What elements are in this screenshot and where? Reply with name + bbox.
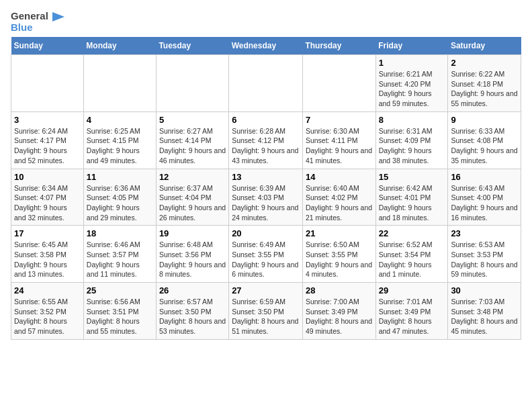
calendar-cell: 19Sunrise: 6:48 AMSunset: 3:56 PMDayligh… (156, 226, 228, 283)
day-number: 10 (14, 172, 81, 182)
day-info-line: Sunrise: 6:37 AM (159, 183, 226, 193)
day-number: 3 (14, 115, 81, 125)
day-number: 7 (306, 115, 373, 125)
calendar-cell: 7Sunrise: 6:30 AMSunset: 4:11 PMDaylight… (302, 111, 375, 169)
calendar-cell: 8Sunrise: 6:31 AMSunset: 4:09 PMDaylight… (375, 111, 448, 169)
day-info-line: Sunrise: 6:55 AM (14, 297, 81, 307)
day-info-line: Sunset: 4:20 PM (379, 79, 445, 89)
calendar-cell: 13Sunrise: 6:39 AMSunset: 4:03 PMDayligh… (229, 169, 303, 226)
day-info-line: Sunset: 4:03 PM (232, 193, 300, 203)
calendar-cell: 29Sunrise: 7:01 AMSunset: 3:49 PMDayligh… (375, 283, 448, 340)
day-info-line: Daylight: 9 hours and 46 minutes. (159, 146, 226, 165)
day-info-line: Sunset: 3:51 PM (87, 307, 153, 317)
day-number: 12 (159, 172, 226, 182)
day-number: 25 (87, 285, 153, 295)
day-info-line: Sunset: 4:04 PM (159, 193, 226, 203)
calendar-cell: 24Sunrise: 6:55 AMSunset: 3:52 PMDayligh… (11, 283, 84, 340)
day-info-line: Sunrise: 6:39 AM (232, 183, 300, 193)
col-header-saturday: Saturday (448, 37, 521, 55)
calendar-cell: 18Sunrise: 6:46 AMSunset: 3:57 PMDayligh… (83, 226, 156, 283)
calendar-cell (11, 55, 84, 112)
day-info-line: Sunset: 3:55 PM (232, 250, 300, 260)
day-info-line: Daylight: 9 hours and 11 minutes. (87, 260, 153, 279)
day-info-line: Sunset: 4:01 PM (379, 193, 445, 203)
calendar-cell: 1Sunrise: 6:21 AMSunset: 4:20 PMDaylight… (375, 55, 448, 112)
day-info-line: Daylight: 9 hours and 24 minutes. (232, 203, 300, 222)
day-info-line: Sunset: 4:00 PM (451, 193, 518, 203)
day-number: 18 (87, 228, 153, 238)
day-number: 13 (232, 172, 300, 182)
day-info-line: Daylight: 9 hours and 13 minutes. (14, 260, 81, 279)
day-info-line: Daylight: 9 hours and 35 minutes. (451, 146, 518, 165)
calendar-cell: 5Sunrise: 6:27 AMSunset: 4:14 PMDaylight… (156, 111, 228, 169)
day-info-line: Sunset: 3:48 PM (451, 307, 518, 317)
day-info-line: Sunset: 4:12 PM (232, 136, 300, 146)
day-info-line: Sunset: 3:50 PM (232, 307, 300, 317)
day-info-line: Sunrise: 6:43 AM (451, 183, 518, 193)
day-number: 21 (306, 228, 373, 238)
day-number: 27 (232, 285, 300, 295)
calendar-cell: 6Sunrise: 6:28 AMSunset: 4:12 PMDaylight… (229, 111, 303, 169)
day-number: 9 (451, 115, 518, 125)
day-info-line: Sunset: 4:11 PM (306, 136, 373, 146)
day-info-line: Daylight: 9 hours and 49 minutes. (87, 146, 153, 165)
day-info-line: Sunrise: 7:03 AM (451, 297, 518, 307)
day-info-line: Sunrise: 6:21 AM (379, 69, 445, 79)
day-info-line: Sunrise: 6:30 AM (306, 126, 373, 136)
day-info-line: Sunrise: 6:25 AM (87, 126, 153, 136)
day-info-line: Sunset: 3:55 PM (306, 250, 373, 260)
calendar-cell: 27Sunrise: 6:59 AMSunset: 3:50 PMDayligh… (229, 283, 303, 340)
day-number: 29 (379, 285, 445, 295)
calendar-cell (83, 55, 156, 112)
day-info-line: Sunrise: 6:22 AM (451, 69, 518, 79)
day-info-line: Sunset: 4:02 PM (306, 193, 373, 203)
day-number: 14 (306, 172, 373, 182)
day-info-line: Daylight: 8 hours and 55 minutes. (87, 316, 153, 336)
day-info-line: Sunset: 4:18 PM (451, 79, 518, 89)
day-number: 30 (451, 285, 518, 295)
day-info-line: Daylight: 8 hours and 59 minutes. (451, 260, 518, 279)
day-info-line: Sunrise: 6:27 AM (159, 126, 226, 136)
day-number: 22 (379, 228, 445, 238)
calendar-cell: 20Sunrise: 6:49 AMSunset: 3:55 PMDayligh… (229, 226, 303, 283)
day-info-line: Sunset: 3:54 PM (379, 250, 445, 260)
calendar-cell: 22Sunrise: 6:52 AMSunset: 3:54 PMDayligh… (375, 226, 448, 283)
day-info-line: Daylight: 9 hours and 8 minutes. (159, 260, 226, 279)
day-info-line: Sunrise: 6:34 AM (14, 183, 81, 193)
day-info-line: Daylight: 8 hours and 45 minutes. (451, 316, 518, 336)
day-info-line: Sunset: 4:17 PM (14, 136, 81, 146)
day-info-line: Daylight: 9 hours and 21 minutes. (306, 203, 373, 222)
svg-marker-0 (52, 12, 64, 21)
day-number: 20 (232, 228, 300, 238)
day-info-line: Sunrise: 6:46 AM (87, 240, 153, 250)
day-info-line: Daylight: 8 hours and 47 minutes. (379, 316, 445, 336)
day-info-line: Daylight: 9 hours and 4 minutes. (306, 260, 373, 279)
calendar-cell: 28Sunrise: 7:00 AMSunset: 3:49 PMDayligh… (302, 283, 375, 340)
day-info-line: Daylight: 9 hours and 29 minutes. (87, 203, 153, 222)
day-info-line: Daylight: 9 hours and 18 minutes. (379, 203, 445, 222)
day-info-line: Daylight: 9 hours and 55 minutes. (451, 89, 518, 108)
calendar-cell: 11Sunrise: 6:36 AMSunset: 4:05 PMDayligh… (83, 169, 156, 226)
calendar-cell (156, 55, 228, 112)
calendar-cell: 3Sunrise: 6:24 AMSunset: 4:17 PMDaylight… (11, 111, 84, 169)
day-info-line: Daylight: 9 hours and 32 minutes. (14, 203, 81, 222)
day-info-line: Sunrise: 6:28 AM (232, 126, 300, 136)
day-info-line: Sunrise: 7:01 AM (379, 297, 445, 307)
day-info-line: Sunrise: 6:50 AM (306, 240, 373, 250)
day-info-line: Sunset: 3:49 PM (306, 307, 373, 317)
day-info-line: Daylight: 9 hours and 43 minutes. (232, 146, 300, 165)
day-info-line: Sunrise: 6:31 AM (379, 126, 445, 136)
day-number: 28 (306, 285, 373, 295)
day-info-line: Sunset: 4:15 PM (87, 136, 153, 146)
col-header-monday: Monday (83, 37, 156, 55)
logo: General Blue (11, 11, 64, 33)
day-info-line: Sunrise: 6:33 AM (451, 126, 518, 136)
day-info-line: Sunset: 3:52 PM (14, 307, 81, 317)
day-info-line: Daylight: 9 hours and 59 minutes. (379, 89, 445, 108)
calendar-cell: 21Sunrise: 6:50 AMSunset: 3:55 PMDayligh… (302, 226, 375, 283)
day-number: 17 (14, 228, 81, 238)
day-info-line: Daylight: 9 hours and 41 minutes. (306, 146, 373, 165)
calendar-cell: 9Sunrise: 6:33 AMSunset: 4:08 PMDaylight… (448, 111, 521, 169)
col-header-friday: Friday (375, 37, 448, 55)
day-info-line: Sunrise: 6:53 AM (451, 240, 518, 250)
